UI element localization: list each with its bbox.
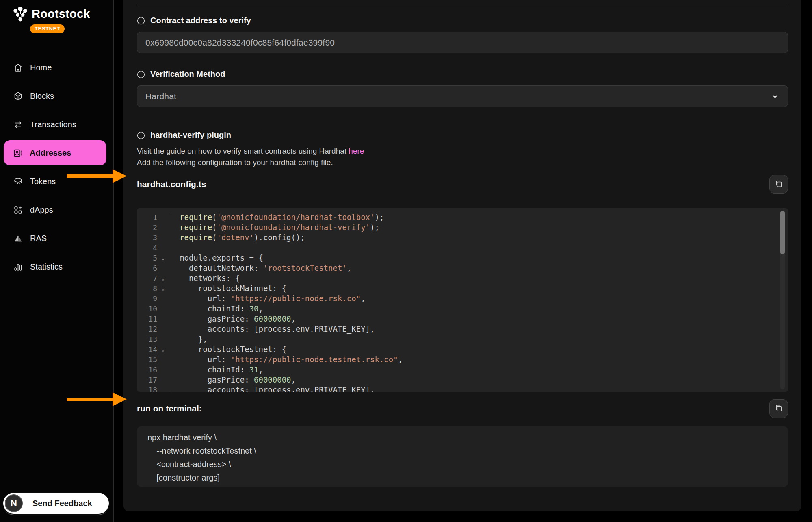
home-icon [13, 62, 23, 73]
fold-chevron-icon[interactable]: ⌄ [157, 344, 169, 355]
feedback-label: Send Feedback [32, 499, 92, 508]
feedback-avatar: N [5, 494, 23, 512]
code-scrollbar-thumb[interactable] [780, 211, 785, 254]
line-number: 14 [137, 344, 157, 355]
blocks-icon [13, 91, 23, 101]
code-text: require('@nomicfoundation/hardhat-toolbo… [169, 212, 384, 222]
code-text: chainId: 31, [169, 365, 263, 375]
fold-chevron-icon[interactable]: ⌄ [157, 273, 169, 283]
dapps-icon [13, 204, 23, 215]
contract-address-value: 0x69980d00c0a82d333240f0c85f64f0dfae399f… [145, 38, 335, 48]
code-scrollbar[interactable] [780, 211, 785, 389]
terminal-command-block: npx hardhat verify \ --network rootstock… [137, 426, 788, 487]
addresses-icon [12, 148, 23, 158]
hardhat-config-code-block: 1require('@nomicfoundation/hardhat-toolb… [137, 208, 788, 392]
code-text: accounts: [process.env.PRIVATE_KEY], [169, 385, 375, 392]
verification-method-select[interactable]: Hardhat [137, 85, 788, 107]
fold-gutter [157, 233, 169, 243]
code-line-6: 6 defaultNetwork: 'rootstockTestnet', [137, 263, 788, 273]
brand-name: Rootstock [32, 7, 90, 21]
fold-chevron-icon[interactable]: ⌄ [157, 283, 169, 294]
plugin-title: hardhat-verify plugin [150, 130, 231, 140]
code-line-17: 17 gasPrice: 60000000, [137, 375, 788, 385]
line-number: 9 [137, 294, 157, 304]
line-number: 18 [137, 385, 157, 392]
verification-method-value: Hardhat [145, 91, 176, 101]
arrow-to-terminal-command [67, 392, 127, 406]
guide-text: Visit the guide on how to verify smart c… [137, 147, 346, 155]
line-number: 6 [137, 263, 157, 273]
verify-contract-panel: Contract address to verify 0x69980d00c0a… [123, 0, 801, 511]
rootstock-logo-icon [12, 6, 28, 22]
ras-icon [13, 233, 23, 244]
line-number: 13 [137, 334, 157, 344]
code-line-12: 12 accounts: [process.env.PRIVATE_KEY], [137, 324, 788, 334]
line-number: 16 [137, 365, 157, 375]
code-line-11: 11 gasPrice: 60000000, [137, 314, 788, 324]
guide-here-link[interactable]: here [349, 147, 364, 155]
run-on-terminal-label: run on terminal: [137, 404, 202, 413]
code-line-8: 8⌄ rootstockMainnet: { [137, 283, 788, 294]
brand: Rootstock TESTNET [12, 6, 90, 33]
code-text: gasPrice: 60000000, [169, 375, 296, 385]
code-line-14: 14⌄ rootstockTestnet: { [137, 344, 788, 355]
code-line-18: 18 accounts: [process.env.PRIVATE_KEY], [137, 385, 788, 392]
sidebar-item-label: RAS [30, 234, 47, 243]
code-line-2: 2require('@nomicfoundation/hardhat-verif… [137, 222, 788, 233]
sidebar-item-statistics[interactable]: Statistics [4, 252, 109, 281]
code-line-4: 4 [137, 243, 788, 253]
contract-address-label: Contract address to verify [150, 16, 251, 25]
fold-chevron-icon[interactable]: ⌄ [157, 253, 169, 263]
config-file-label: hardhat.config.ts [137, 179, 206, 189]
code-text: require('dotenv').config(); [169, 233, 305, 243]
terminal-command-line: [constructor-args] [147, 471, 777, 485]
code-text: rootstockMainnet: { [169, 283, 286, 294]
info-icon[interactable] [137, 131, 145, 139]
send-feedback-button[interactable]: N Send Feedback [3, 493, 109, 514]
fold-gutter [157, 243, 169, 253]
code-text: networks: { [169, 273, 240, 283]
arrow-to-config-file [67, 169, 127, 183]
sidebar-item-ras[interactable]: RAS [4, 224, 109, 252]
line-number: 12 [137, 324, 157, 334]
line-number: 7 [137, 273, 157, 283]
verification-method-label-row: Verification Method [137, 70, 788, 79]
sidebar-item-label: Blocks [30, 91, 54, 101]
line-number: 10 [137, 304, 157, 314]
copy-terminal-command-button[interactable] [769, 399, 788, 418]
sidebar-item-addresses[interactable]: Addresses [4, 140, 106, 165]
code-text: url: "https://public-node.testnet.rsk.co… [169, 355, 403, 365]
info-icon[interactable] [137, 17, 145, 25]
terminal-header-row: run on terminal: [137, 399, 788, 418]
fold-gutter [157, 294, 169, 304]
sidebar-item-blocks[interactable]: Blocks [4, 82, 109, 110]
plugin-title-row: hardhat-verify plugin [137, 130, 788, 140]
verification-method-label: Verification Method [150, 70, 225, 79]
code-line-1: 1require('@nomicfoundation/hardhat-toolb… [137, 212, 788, 222]
plugin-guide-text: Visit the guide on how to verify smart c… [137, 146, 788, 168]
fold-gutter [157, 375, 169, 385]
sidebar-item-label: dApps [30, 205, 53, 215]
line-number: 2 [137, 222, 157, 233]
line-number: 17 [137, 375, 157, 385]
sidebar-item-home[interactable]: Home [4, 53, 109, 82]
line-number: 8 [137, 283, 157, 294]
code-text: }, [169, 334, 208, 344]
code-line-13: 13 }, [137, 334, 788, 344]
copy-config-button[interactable] [769, 175, 788, 194]
code-text: module.exports = { [169, 253, 263, 263]
info-icon[interactable] [137, 70, 145, 78]
contract-address-input[interactable]: 0x69980d00c0a82d333240f0c85f64f0dfae399f… [137, 32, 788, 53]
sidebar-item-label: Tokens [30, 177, 56, 186]
sidebar: Rootstock TESTNET HomeBlocksTransactions… [0, 0, 114, 522]
fold-gutter [157, 304, 169, 314]
sidebar-item-transactions[interactable]: Transactions [4, 110, 109, 139]
sidebar-item-label: Statistics [30, 262, 63, 272]
transactions-icon [13, 119, 23, 130]
code-text: defaultNetwork: 'rootstockTestnet', [169, 263, 351, 273]
code-line-15: 15 url: "https://public-node.testnet.rsk… [137, 355, 788, 365]
code-line-3: 3require('dotenv').config(); [137, 233, 788, 243]
sidebar-item-dapps[interactable]: dApps [4, 196, 109, 224]
tokens-icon [13, 176, 23, 187]
sidebar-item-label: Addresses [30, 148, 71, 158]
